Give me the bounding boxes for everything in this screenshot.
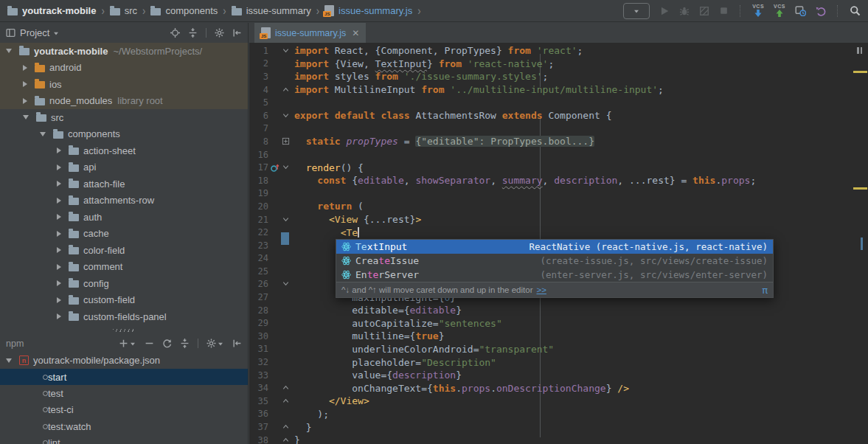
tree-item-attach-file[interactable]: attach-file [0, 176, 248, 192]
fold-marker-icon[interactable] [280, 83, 291, 97]
editor-line-17[interactable]: 17 render() { [249, 161, 868, 174]
coverage-icon[interactable] [699, 6, 709, 16]
caret-down-icon[interactable] [52, 30, 60, 37]
tree-item-config[interactable]: config [0, 275, 248, 292]
breadcrumb-item-issue-summary.js[interactable]: issue-summary.js [324, 5, 412, 16]
stop-icon[interactable] [719, 6, 729, 15]
tree-item-custom-fields-panel[interactable]: custom-fields-panel [0, 308, 248, 325]
editor-line-18[interactable]: 18 const {editable, showSeparator, summa… [249, 174, 868, 187]
chevron-collapsed-icon[interactable] [57, 297, 61, 303]
breadcrumb-item-components[interactable]: components [150, 5, 218, 16]
fold-marker-icon[interactable] [280, 135, 291, 148]
breadcrumb-item-src[interactable]: src [110, 5, 137, 16]
npm-script-test-ci[interactable]: test-ci [0, 402, 248, 418]
override-gutter-icon[interactable] [268, 163, 280, 173]
editor-line-36[interactable]: 36 ); [249, 408, 868, 421]
editor-line-4[interactable]: 4import MultilineInput from '../multilin… [249, 83, 868, 97]
editor-line-32[interactable]: 32 placeholder="Description" [249, 355, 868, 369]
tree-item-components[interactable]: components [0, 126, 248, 143]
collapse-all-icon[interactable] [180, 339, 190, 348]
chevron-collapsed-icon[interactable] [23, 65, 27, 71]
tree-item-custom-field[interactable]: custom-field [0, 292, 248, 309]
editor-line-7[interactable]: 7 [249, 122, 868, 136]
editor-line-16[interactable]: 16 [249, 148, 868, 162]
fold-marker-icon[interactable] [280, 213, 291, 226]
editor-line-38[interactable]: 38} [249, 434, 868, 444]
npm-script-test[interactable]: test [0, 385, 248, 401]
fold-marker-icon[interactable] [280, 395, 291, 408]
chevron-collapsed-icon[interactable] [57, 164, 61, 170]
editor-line-29[interactable]: 29 autoCapitalize="sentences" [249, 316, 868, 330]
warning-stripe-mark[interactable] [853, 71, 867, 73]
editor-line-30[interactable]: 30 multiline={true} [249, 330, 868, 343]
chevron-collapsed-icon[interactable] [57, 214, 61, 220]
editor-line-8[interactable]: 8 static propTypes = {"editable": PropTy… [249, 135, 868, 148]
tree-item-attachments-row[interactable]: attachments-row [0, 192, 248, 209]
npm-root-package-json[interactable]: nyoutrack-mobile/package.json [0, 353, 248, 370]
npm-script-test:watch[interactable]: test:watch [0, 418, 248, 434]
fold-marker-icon[interactable] [280, 277, 291, 291]
tree-item-youtrack-mobile[interactable]: youtrack-mobile~/WebstormProjects/ [0, 43, 248, 60]
tree-item-color-field[interactable]: color-field [0, 242, 248, 259]
close-icon[interactable]: ✕ [352, 28, 359, 38]
editor-line-6[interactable]: 6export default class AttachmentsRow ext… [249, 109, 868, 122]
breadcrumb-item-youtrack-mobile[interactable]: youtrack-mobile [7, 5, 96, 16]
undo-icon[interactable] [816, 6, 826, 16]
vcs-commit-icon[interactable]: VCS [774, 4, 785, 18]
settings-icon[interactable] [215, 28, 224, 38]
fold-marker-icon[interactable] [280, 420, 291, 434]
chevron-collapsed-icon[interactable] [57, 231, 61, 237]
editor-line-28[interactable]: 28 editable={editable} [249, 304, 868, 317]
npm-script-lint[interactable]: lint [0, 435, 248, 444]
tree-item-auth[interactable]: auth [0, 209, 248, 226]
chevron-collapsed-icon[interactable] [57, 247, 61, 253]
project-panel-title[interactable]: Project [20, 27, 49, 38]
annotations-indicator-icon[interactable] [857, 47, 862, 54]
sort-pi-icon[interactable]: π [762, 285, 768, 296]
editor-line-22[interactable]: 22 <Te [249, 226, 868, 239]
chevron-collapsed-icon[interactable] [57, 198, 61, 204]
editor-line-3[interactable]: 3import styles from './issue-summary.sty… [249, 70, 868, 83]
tree-item-node_modules[interactable]: node_moduleslibrary root [0, 93, 248, 110]
chevron-collapsed-icon[interactable] [57, 313, 61, 319]
editor-line-37[interactable]: 37 } [249, 420, 868, 434]
remove-icon[interactable] [145, 339, 154, 348]
editor-line-21[interactable]: 21 <View {...rest}> [249, 213, 868, 226]
refresh-icon[interactable] [162, 339, 172, 348]
add-icon[interactable] [119, 337, 136, 350]
warning-stripe-mark[interactable] [853, 187, 867, 190]
npm-script-start[interactable]: start [0, 369, 248, 385]
chevron-collapsed-icon[interactable] [57, 148, 61, 153]
vcs-update-icon[interactable]: VCS [752, 4, 764, 18]
chevron-collapsed-icon[interactable] [23, 81, 27, 87]
tab-issue-summary-js[interactable]: issue-summary.js ✕ [254, 23, 366, 43]
run-config-dropdown[interactable] [623, 3, 650, 19]
editor-line-2[interactable]: 2import {View, TextInput} from 'react-na… [249, 58, 868, 71]
hint-more-link[interactable]: >> [536, 285, 546, 294]
editor-line-33[interactable]: 33 value={description} [249, 369, 868, 382]
completion-item-EnterServer[interactable]: EnterServer(enter-server.js, src/views/e… [336, 268, 773, 282]
debug-icon[interactable] [679, 6, 690, 16]
chevron-expanded-icon[interactable] [23, 115, 29, 119]
chevron-collapsed-icon[interactable] [23, 98, 27, 104]
hide-panel-icon[interactable] [232, 28, 242, 38]
tree-item-api[interactable]: api [0, 159, 248, 176]
editor-line-1[interactable]: 1import React, {Component, PropTypes} fr… [249, 44, 868, 58]
fold-marker-icon[interactable] [280, 381, 291, 395]
tree-item-comment[interactable]: comment [0, 259, 248, 276]
chevron-collapsed-icon[interactable] [57, 280, 61, 286]
collapse-all-icon[interactable] [188, 28, 198, 38]
search-icon[interactable] [850, 5, 861, 16]
tree-item-cache[interactable]: cache [0, 226, 248, 243]
settings-icon[interactable] [206, 337, 224, 350]
fold-marker-icon[interactable] [280, 44, 291, 58]
chevron-expanded-icon[interactable] [6, 49, 12, 53]
tree-item-ios[interactable]: ios [0, 76, 248, 93]
tree-item-src[interactable]: src [0, 109, 248, 126]
tree-item-action-sheet[interactable]: action-sheet [0, 142, 248, 159]
chevron-collapsed-icon[interactable] [57, 264, 61, 270]
editor-line-5[interactable]: 5 [249, 96, 868, 109]
breadcrumb-item-issue-summary[interactable]: issue-summary [232, 5, 311, 16]
completion-item-CreateIssue[interactable]: CreateIssue(create-issue.js, src/views/c… [336, 254, 773, 268]
fold-marker-icon[interactable] [280, 434, 291, 444]
